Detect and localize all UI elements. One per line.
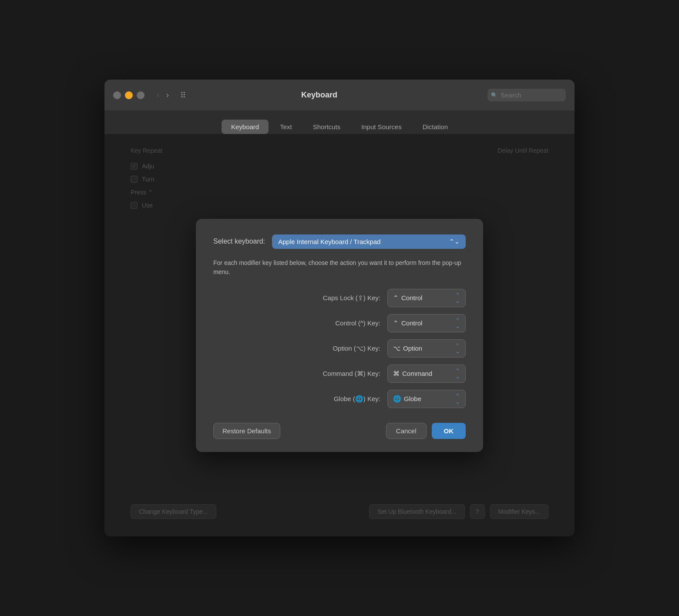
option-dropdown[interactable]: ⌥ Option ⌃⌄ (387, 339, 466, 358)
tab-input-sources[interactable]: Input Sources (352, 120, 411, 134)
modifier-row-option: Option (⌥) Key: ⌥ Option ⌃⌄ (213, 339, 466, 358)
option-label: Option (⌥) Key: (293, 345, 380, 352)
modifier-rows: Caps Lock (⇪) Key: ⌃ Control ⌃⌄ Control … (213, 289, 466, 408)
caps-lock-label: Caps Lock (⇪) Key: (293, 294, 380, 302)
keyboard-select-value: Apple Internal Keyboard / Trackpad (278, 238, 380, 245)
keyboard-select-chevron-icon: ⌃⌄ (449, 238, 460, 245)
modifier-row-caps-lock: Caps Lock (⇪) Key: ⌃ Control ⌃⌄ (213, 289, 466, 307)
command-label: Command (⌘) Key: (293, 370, 380, 378)
control-icon: ⌃ (393, 319, 399, 327)
option-value-text: Option (403, 345, 422, 352)
select-keyboard-row: Select keyboard: Apple Internal Keyboard… (213, 234, 466, 249)
modal-right-buttons: Cancel OK (386, 423, 466, 439)
close-button[interactable] (113, 91, 121, 99)
command-value: ⌘ Command (393, 370, 432, 378)
maximize-button[interactable] (137, 91, 145, 99)
command-dropdown[interactable]: ⌘ Command ⌃⌄ (387, 365, 466, 383)
modifier-row-command: Command (⌘) Key: ⌘ Command ⌃⌄ (213, 365, 466, 383)
restore-defaults-button[interactable]: Restore Defaults (213, 423, 280, 439)
titlebar: ‹ › ⠿ Keyboard (104, 80, 575, 111)
ok-button[interactable]: OK (432, 423, 466, 439)
tab-shortcuts[interactable]: Shortcuts (303, 120, 350, 134)
command-chevron-icon: ⌃⌄ (455, 368, 460, 379)
globe-value-text: Globe (404, 395, 421, 402)
globe-chevron-icon: ⌃⌄ (455, 393, 460, 405)
control-chevron-icon: ⌃⌄ (455, 318, 460, 329)
option-chevron-icon: ⌃⌄ (455, 343, 460, 354)
tab-keyboard[interactable]: Keyboard (222, 120, 269, 134)
traffic-lights (113, 91, 145, 99)
keyboard-select-dropdown[interactable]: Apple Internal Keyboard / Trackpad ⌃⌄ (272, 234, 466, 249)
caps-lock-value: ⌃ Control (393, 294, 422, 302)
modifier-keys-modal: Select keyboard: Apple Internal Keyboard… (196, 219, 483, 452)
select-keyboard-label: Select keyboard: (213, 238, 265, 245)
option-icon: ⌥ (393, 345, 400, 352)
tabs-bar: Keyboard Text Shortcuts Input Sources Di… (104, 111, 575, 134)
modifier-row-control: Control (^) Key: ⌃ Control ⌃⌄ (213, 314, 466, 332)
option-value: ⌥ Option (393, 345, 422, 352)
tab-dictation[interactable]: Dictation (413, 120, 457, 134)
control-value-text: Control (401, 319, 422, 327)
caps-lock-value-text: Control (401, 294, 422, 301)
minimize-button[interactable] (125, 91, 133, 99)
globe-label: Globe (🌐) Key: (293, 395, 380, 403)
search-input[interactable] (487, 89, 566, 101)
caps-lock-chevron-icon: ⌃⌄ (455, 292, 460, 304)
caps-lock-icon: ⌃ (393, 294, 399, 302)
tab-text[interactable]: Text (270, 120, 302, 134)
caps-lock-dropdown[interactable]: ⌃ Control ⌃⌄ (387, 289, 466, 307)
globe-icon: 🌐 (393, 395, 401, 403)
command-icon: ⌘ (393, 370, 400, 378)
modal-buttons: Restore Defaults Cancel OK (213, 423, 466, 439)
window-title: Keyboard (156, 90, 482, 100)
control-dropdown[interactable]: ⌃ Control ⌃⌄ (387, 314, 466, 332)
keyboard-window: ‹ › ⠿ Keyboard Keyboard Text Shortcuts I… (104, 80, 575, 536)
globe-value: 🌐 Globe (393, 395, 421, 403)
command-value-text: Command (402, 370, 432, 377)
cancel-button[interactable]: Cancel (386, 423, 427, 439)
description-text: For each modifier key listed below, choo… (213, 258, 466, 277)
modal-overlay: Select keyboard: Apple Internal Keyboard… (104, 134, 575, 536)
content-area: Key Repeat Delay Until Repeat Adju Turn … (104, 134, 575, 536)
globe-dropdown[interactable]: 🌐 Globe ⌃⌄ (387, 390, 466, 408)
control-value: ⌃ Control (393, 319, 422, 327)
search-wrapper (487, 89, 566, 101)
control-label: Control (^) Key: (293, 319, 380, 327)
modifier-row-globe: Globe (🌐) Key: 🌐 Globe ⌃⌄ (213, 390, 466, 408)
